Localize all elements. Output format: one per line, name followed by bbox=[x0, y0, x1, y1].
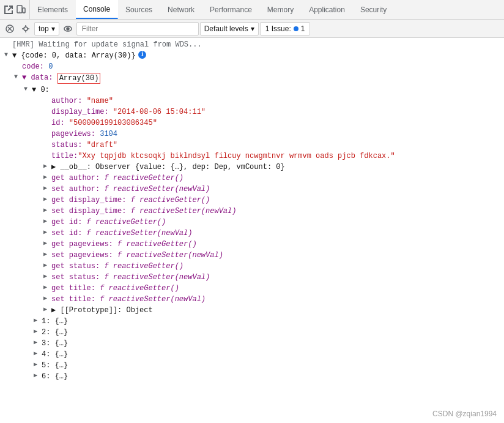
set-id-line[interactable]: set id: f reactiveSetter(newVal) bbox=[0, 228, 504, 239]
item-2-line[interactable]: 2: {…} bbox=[0, 327, 504, 338]
set-author-line[interactable]: set author: f reactiveSetter(newVal) bbox=[0, 184, 504, 195]
tab-memory[interactable]: Memory bbox=[260, 0, 302, 19]
tab-sources[interactable]: Sources bbox=[118, 0, 160, 19]
expand-5-arrow[interactable] bbox=[32, 361, 39, 369]
set-display-time-line[interactable]: set display_time: f reactiveSetter(newVa… bbox=[0, 206, 504, 217]
expand-2-arrow[interactable] bbox=[32, 328, 39, 336]
svg-point-7 bbox=[24, 27, 28, 31]
expand-get-dt-arrow[interactable] bbox=[42, 195, 49, 204]
svg-point-3 bbox=[23, 12, 24, 12]
prototype-line[interactable]: ▶ [[Prototype]]: Object bbox=[0, 305, 504, 316]
expand-set-id-arrow[interactable] bbox=[42, 228, 49, 237]
svg-point-2 bbox=[19, 11, 20, 12]
item-1-line[interactable]: 1: {…} bbox=[0, 316, 504, 327]
expand-get-author-arrow[interactable] bbox=[42, 173, 49, 182]
expand-proto-arrow[interactable] bbox=[42, 305, 49, 314]
expand-get-status-arrow[interactable] bbox=[42, 261, 49, 270]
set-title-line[interactable]: set title: f reactiveSetter(newVal) bbox=[0, 294, 504, 305]
id-line: id: "500000199103086345" bbox=[0, 118, 504, 129]
hmr-message: [HMR] Waiting for update signal from WDS… bbox=[0, 39, 504, 50]
issue-badge[interactable]: 1 Issue: 1 bbox=[260, 22, 311, 36]
status-line: status: "draft" bbox=[0, 140, 504, 151]
tab-console[interactable]: Console bbox=[76, 0, 118, 19]
item-3-line[interactable]: 3: {…} bbox=[0, 338, 504, 349]
console-area: [HMR] Waiting for update signal from WDS… bbox=[0, 38, 504, 422]
set-status-line[interactable]: set status: f reactiveSetter(newVal) bbox=[0, 272, 504, 283]
root-object-line[interactable]: ▼ {code: 0, data: Array(30)} ℹ bbox=[0, 50, 504, 61]
expand-get-id-arrow[interactable] bbox=[42, 217, 49, 226]
tab-performance[interactable]: Performance bbox=[202, 0, 260, 19]
expand-set-pv-arrow[interactable] bbox=[42, 250, 49, 259]
tab-network[interactable]: Network bbox=[160, 0, 202, 19]
author-line: author: "name" bbox=[0, 95, 504, 107]
expand-1-arrow[interactable] bbox=[32, 316, 39, 325]
expand-get-title-arrow[interactable] bbox=[42, 283, 49, 292]
get-author-line[interactable]: get author: f reactiveGetter() bbox=[0, 173, 504, 184]
tab-bar: Elements Console Sources Network Perform… bbox=[0, 0, 504, 20]
expand-get-pv-arrow[interactable] bbox=[42, 239, 49, 248]
display-time-line: display_time: "2014-08-06 15:04:11" bbox=[0, 107, 504, 118]
code-line: code: 0 bbox=[0, 61, 504, 72]
item-0-line[interactable]: ▼ 0: bbox=[0, 84, 504, 95]
tab-elements[interactable]: Elements bbox=[30, 0, 76, 19]
expand-set-status-arrow[interactable] bbox=[42, 272, 49, 281]
array30-value: Array(30) bbox=[57, 73, 101, 84]
expand-6-arrow[interactable] bbox=[32, 372, 39, 380]
expand-set-author-arrow[interactable] bbox=[42, 184, 49, 193]
info-icon[interactable]: ℹ bbox=[138, 51, 146, 59]
tab-security[interactable]: Security bbox=[353, 0, 395, 19]
item-4-line[interactable]: 4: {…} bbox=[0, 349, 504, 360]
get-title-line[interactable]: get title: f reactiveGetter() bbox=[0, 283, 504, 294]
item-5-line[interactable]: 5: {…} bbox=[0, 360, 504, 371]
expand-data-arrow[interactable] bbox=[12, 73, 20, 81]
issue-dot bbox=[294, 26, 298, 31]
tab-application[interactable]: Application bbox=[302, 0, 353, 19]
preserve-log-button[interactable] bbox=[18, 22, 33, 36]
filter-input[interactable] bbox=[76, 22, 199, 36]
default-levels-button[interactable]: Default levels ▾ bbox=[200, 22, 259, 36]
get-status-line[interactable]: get status: f reactiveGetter() bbox=[0, 261, 504, 272]
set-pageviews-line[interactable]: set pageviews: f reactiveSetter(newVal) bbox=[0, 250, 504, 261]
expand-set-dt-arrow[interactable] bbox=[42, 206, 49, 215]
svg-point-13 bbox=[67, 28, 69, 30]
watermark: CSDN @zqian1994 bbox=[432, 410, 497, 418]
expand-3-arrow[interactable] bbox=[32, 339, 39, 347]
get-display-time-line[interactable]: get display_time: f reactiveGetter() bbox=[0, 195, 504, 206]
data-line[interactable]: ▼ data: Array(30) bbox=[0, 72, 504, 84]
clear-console-button[interactable] bbox=[2, 22, 17, 36]
expand-ob-arrow[interactable] bbox=[42, 162, 49, 171]
console-toolbar: top ▾ Default levels ▾ 1 Issue: 1 bbox=[0, 20, 504, 38]
title-line: title: "Xxy tqpjdb ktcsoqkj biklndsyl fi… bbox=[0, 151, 504, 162]
device-icon[interactable] bbox=[16, 5, 26, 15]
expand-root-arrow[interactable] bbox=[2, 51, 10, 59]
context-selector[interactable]: top ▾ bbox=[34, 22, 59, 36]
expand-4-arrow[interactable] bbox=[32, 350, 39, 358]
item-6-line[interactable]: 6: {…} bbox=[0, 371, 504, 382]
ob-line[interactable]: ▶ __ob__: Observer {value: {…}, dep: Dep… bbox=[0, 162, 504, 173]
devtools-icons bbox=[0, 0, 30, 19]
pageviews-line: pageviews: 3104 bbox=[0, 129, 504, 140]
inspect-icon[interactable] bbox=[4, 5, 13, 15]
expand-set-title-arrow[interactable] bbox=[42, 294, 49, 303]
get-id-line[interactable]: get id: f reactiveGetter() bbox=[0, 217, 504, 228]
eye-icon-button[interactable] bbox=[61, 22, 75, 36]
expand-0-arrow[interactable] bbox=[22, 85, 29, 94]
get-pageviews-line[interactable]: get pageviews: f reactiveGetter() bbox=[0, 239, 504, 250]
